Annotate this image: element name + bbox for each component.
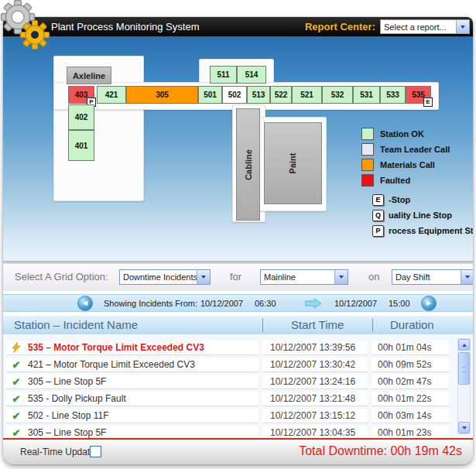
- legend-e-stop: E -Stop: [372, 192, 473, 207]
- chevron-down-icon: [462, 426, 467, 430]
- station-501[interactable]: 501: [198, 86, 222, 104]
- range-label: Showing Incidents From:: [104, 299, 197, 308]
- legend-label: rocess Equipment Stop: [389, 226, 473, 235]
- station-514[interactable]: 514: [237, 66, 266, 84]
- table-scrollbar[interactable]: [457, 338, 471, 434]
- station-label: 511: [217, 70, 229, 79]
- ok-check-icon: ✔: [9, 376, 23, 388]
- incident-row[interactable]: ✔ 421 – Motor Torque Limit Exceeded CV3 …: [6, 358, 449, 372]
- incident-name: 535 - Dolly Pickup Fault: [28, 393, 126, 404]
- legend-label: -Stop: [389, 195, 410, 204]
- incident-table-body: ✔ 535 – Motor Torque Limit Exceeded CV3 …: [3, 334, 473, 438]
- station-521[interactable]: 521: [292, 86, 322, 104]
- range-prev-button[interactable]: ◀: [77, 296, 93, 311]
- shift-value: Day Shift: [392, 270, 461, 284]
- station-label: 513: [252, 91, 265, 99]
- grid-option-label: Select A Grid Option:: [15, 271, 108, 282]
- ok-check-icon: ✔: [9, 393, 23, 405]
- area-paint-label: Paint: [289, 153, 298, 174]
- ok-check-icon: ✔: [9, 410, 23, 422]
- legend-station-ok: Station OK: [361, 126, 473, 142]
- chevron-down-icon[interactable]: [197, 270, 210, 284]
- station-label: 502: [228, 91, 241, 99]
- station-label: 403: [75, 91, 88, 99]
- incident-row[interactable]: ✔ 535 – Motor Torque Limit Exceeded CV3 …: [6, 341, 449, 355]
- chevron-down-icon[interactable]: [334, 270, 348, 284]
- column-divider: [262, 318, 263, 332]
- legend-process-equipment-stop: P rocess Equipment Stop: [372, 223, 473, 238]
- footer-bar: Real-Time Update: Total Downtime: 00h 19…: [3, 440, 473, 464]
- status-ok-swatch: [361, 128, 374, 140]
- incident-duration: 00h 01m 22s: [372, 392, 449, 406]
- station-402[interactable]: 402: [68, 104, 94, 130]
- line-select[interactable]: Mainline: [260, 269, 348, 285]
- map-legend: Station OK Team Leader Call Materials Ca…: [361, 126, 473, 238]
- legend-label: Materials Call: [380, 160, 435, 169]
- arrow-right-icon: [305, 298, 322, 309]
- column-duration: Duration: [390, 318, 434, 331]
- status-faulted-swatch: [361, 174, 374, 187]
- station-522[interactable]: 522: [270, 86, 292, 104]
- app-title: Plant Process Monitoring System: [51, 21, 199, 33]
- range-from-date: 10/12/2007: [200, 299, 243, 308]
- station-531[interactable]: 531: [353, 86, 380, 104]
- status-team-swatch: [361, 143, 374, 156]
- station-513[interactable]: 513: [247, 86, 270, 104]
- incident-row[interactable]: ✔ 305 – Line Stop 5F 10/12/2007 13:24:16…: [6, 375, 449, 389]
- legend-faulted: Faulted: [361, 173, 473, 188]
- station-535[interactable]: 535 E: [406, 86, 431, 104]
- station-label: 401: [75, 142, 88, 150]
- report-select[interactable]: Select a report...: [380, 19, 470, 34]
- legend-quality-line-stop: Q uality Line Stop: [372, 207, 473, 223]
- incident-start-time: 10/12/2007 13:39:56: [262, 341, 368, 355]
- legend-team-leader-call: Team Leader Call: [361, 142, 473, 157]
- area-axleline-label: Axleline: [73, 71, 105, 80]
- station-502[interactable]: 502: [222, 86, 247, 104]
- incident-name: 535 – Motor Torque Limit Exceeded CV3: [28, 342, 204, 353]
- scroll-up-button[interactable]: [458, 339, 470, 351]
- station-label: 531: [360, 91, 373, 99]
- station-533[interactable]: 533: [380, 86, 406, 104]
- realtime-update-label: Real-Time Update:: [20, 447, 98, 457]
- station-421[interactable]: 421: [97, 86, 126, 104]
- p-stop-badge: P: [372, 225, 384, 237]
- range-to-time: 15:00: [389, 299, 410, 308]
- range-next-button[interactable]: ▶: [421, 296, 437, 311]
- incident-row[interactable]: ✔ 502 - Line Stop 11F 10/12/2007 13:15:1…: [6, 409, 449, 423]
- grid-type-value: Downtime Incidents: [120, 270, 197, 284]
- legend-label: Station OK: [380, 129, 424, 139]
- status-materials-swatch: [361, 159, 374, 171]
- report-center-label: Report Center:: [305, 21, 375, 33]
- legend-materials-call: Materials Call: [361, 157, 473, 173]
- station-403[interactable]: 403 P: [68, 86, 94, 104]
- range-from-time: 06:30: [255, 299, 276, 308]
- scroll-down-button[interactable]: [458, 422, 470, 433]
- report-select-value: Select a report...: [381, 20, 456, 33]
- legend-label: Faulted: [380, 176, 410, 185]
- q-stop-badge: Q: [372, 210, 384, 221]
- station-401[interactable]: 401: [68, 130, 94, 161]
- realtime-update-checkbox[interactable]: [90, 446, 101, 457]
- chevron-down-icon[interactable]: [456, 20, 469, 33]
- ok-check-icon: ✔: [9, 427, 23, 439]
- column-start-time: Start Time: [291, 318, 344, 331]
- legend-label: uality Line Stop: [389, 211, 452, 220]
- station-label: 402: [75, 113, 88, 122]
- arrow-left-icon: ◀: [83, 300, 87, 306]
- station-305[interactable]: 305: [126, 86, 198, 104]
- area-cabline: Cabline: [236, 108, 260, 221]
- app-window: Plant Process Monitoring System Report C…: [3, 17, 473, 464]
- shift-select[interactable]: Day Shift: [392, 269, 473, 285]
- incident-duration: 00h 02m 47s: [372, 375, 449, 389]
- area-axleline: Axleline: [67, 67, 111, 84]
- scroll-thumb[interactable]: [458, 352, 470, 385]
- incident-row[interactable]: ✔ 535 - Dolly Pickup Fault 10/12/2007 13…: [6, 392, 449, 406]
- chevron-down-icon[interactable]: [461, 270, 473, 284]
- station-label: 522: [275, 91, 288, 99]
- total-downtime: Total Downtime: 00h 19m 42s: [299, 444, 462, 458]
- station-label: 532: [331, 91, 344, 99]
- station-532[interactable]: 532: [322, 86, 353, 104]
- grid-type-select[interactable]: Downtime Incidents: [119, 269, 211, 285]
- station-511[interactable]: 511: [210, 66, 237, 84]
- incident-start-time: 10/12/2007 13:15:12: [262, 409, 368, 423]
